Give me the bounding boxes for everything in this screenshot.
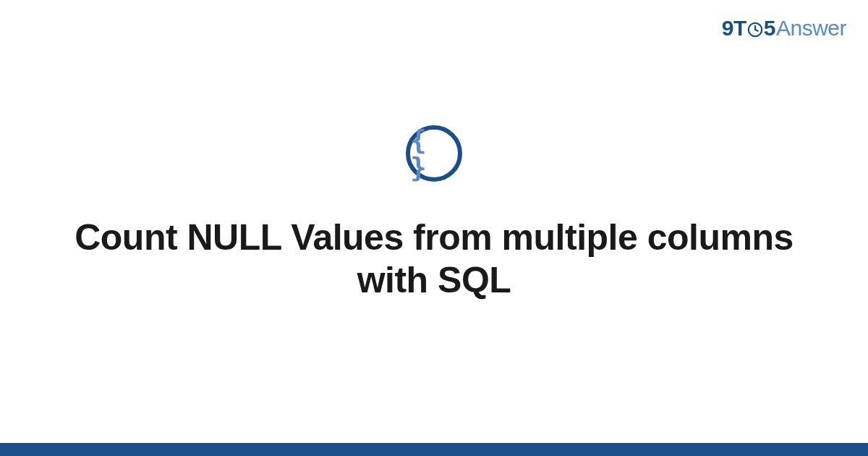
logo-suffix: 5 xyxy=(764,16,775,41)
site-logo: 9T 5 Answer xyxy=(722,16,846,41)
footer-bar xyxy=(0,443,868,456)
logo-prefix: 9T xyxy=(722,16,746,41)
page-title: Count NULL Values from multiple columns … xyxy=(72,216,796,302)
main-content: { } Count NULL Values from multiple colu… xyxy=(0,0,868,456)
code-braces-icon: { } xyxy=(406,125,462,182)
braces-glyph: { } xyxy=(410,126,458,181)
clock-icon xyxy=(747,22,763,38)
svg-line-2 xyxy=(755,30,758,31)
logo-word: Answer xyxy=(776,16,846,41)
